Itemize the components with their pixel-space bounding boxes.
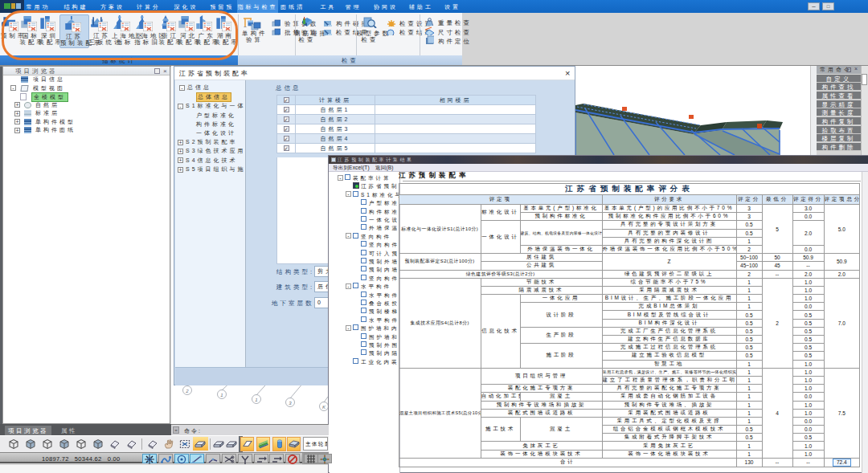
svg-text:1: 1 xyxy=(220,393,223,398)
svg-text:2: 2 xyxy=(185,389,189,393)
svg-text:1: 1 xyxy=(255,398,257,402)
